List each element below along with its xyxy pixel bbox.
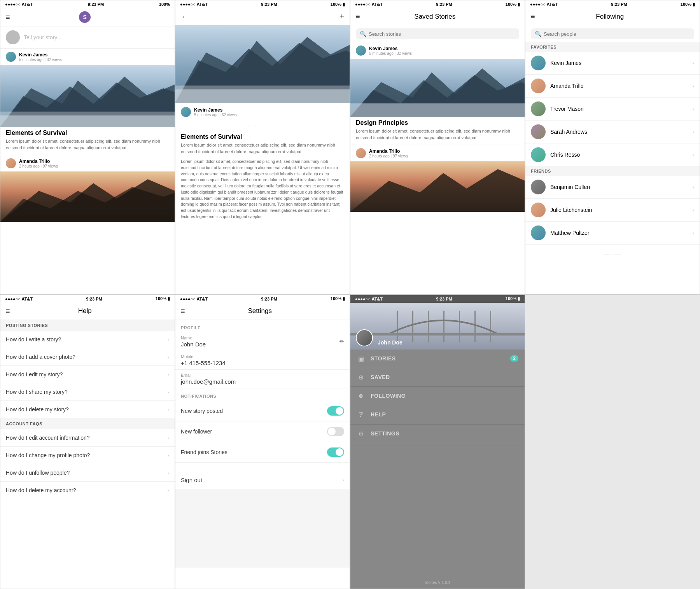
help-item-delete[interactable]: How do I delete my story? › — [0, 401, 175, 418]
favorite-name-trevor: Trevor Mason — [550, 106, 692, 112]
settings-screen: ●●●●○○ AT&T 9:23 PM 100% ▮ ≡ Settings PR… — [175, 295, 350, 589]
email-field[interactable]: Email john.doe@gmail.com — [175, 370, 350, 388]
help-text-write: How do I write a story? — [6, 336, 167, 343]
favorite-row-sarah[interactable]: Sarah Andrews › — [525, 121, 700, 143]
help-item-write[interactable]: How do I write a story? › — [0, 331, 175, 348]
svg-rect-20 — [397, 311, 398, 342]
story-placeholder[interactable]: Tell your story... — [24, 34, 61, 40]
status-bar-profile: ●●●●○○ AT&T 9:23 PM 100% ▮ — [350, 295, 525, 303]
help-item-edit[interactable]: How do I edit my story? › — [0, 366, 175, 383]
menu-item-help[interactable]: ? HELP — [350, 405, 525, 425]
carrier-settings: ●●●●○○ AT&T — [180, 297, 208, 301]
story-card-2[interactable]: Amanda Trillo 2 hours ago | 97 views — [0, 155, 175, 222]
detail-author-name: Kevin James — [194, 107, 237, 113]
help-item-share[interactable]: How do I share my story? › — [0, 383, 175, 401]
hamburger-icon-help[interactable]: ≡ — [6, 307, 10, 315]
help-item-delete-account[interactable]: How do I delete my account? › — [0, 482, 175, 499]
toggle-new-story[interactable] — [327, 406, 344, 416]
favorite-row-amanda[interactable]: Amanda Trillo › — [525, 75, 700, 98]
favorite-row-chris[interactable]: Chris Resso › — [525, 143, 700, 166]
email-label: Email — [181, 373, 344, 378]
saved-story-card-1[interactable]: Kevin James 5 minutes ago | 32 views — [350, 42, 525, 145]
settings-icon: ⚙ — [357, 430, 365, 437]
author-name-2: Amanda Trillo — [19, 159, 58, 164]
help-item-cover[interactable]: How do I add a cover photo? › — [0, 348, 175, 366]
help-nav: ≡ Help — [0, 303, 175, 320]
signout-row[interactable]: Sign out › — [175, 470, 350, 490]
help-text-edit-account: How do I edit account information? — [6, 435, 167, 441]
chevron-icon-benjamin: › — [692, 184, 694, 190]
friend-name-benjamin: Benjamin Cullen — [550, 184, 692, 190]
friend-row-matthew[interactable]: Matthew Pultzer › — [525, 222, 700, 245]
status-bar-help: ●●●●○○ AT&T 9:23 PM 100% ▮ — [0, 295, 175, 303]
help-text-delete: How do I delete my story? — [6, 406, 167, 412]
settings-nav: ≡ Settings — [175, 303, 350, 320]
search-icon-saved: 🔍 — [360, 31, 366, 37]
toggle-new-follower[interactable] — [327, 427, 344, 436]
friend-avatar-julie — [531, 203, 546, 217]
hamburger-icon-feed[interactable]: ≡ — [6, 13, 10, 21]
favorite-row-trevor[interactable]: Trevor Mason › — [525, 98, 700, 121]
mobile-value: +1 415-555-1234 — [181, 360, 344, 366]
following-icon: ☻ — [357, 392, 365, 399]
friend-row-julie[interactable]: Julie Litchenstein › — [525, 199, 700, 222]
chevron-icon-chris: › — [692, 152, 694, 158]
story-card-1[interactable]: Kevin James 5 minutes ago | 32 views — [0, 49, 175, 155]
author-meta-1: 5 minutes ago | 32 views — [19, 58, 62, 62]
battery-saved: 100% ▮ — [506, 2, 520, 7]
status-bar-settings: ●●●●○○ AT&T 9:23 PM 100% ▮ — [175, 295, 350, 303]
carrier-help: ●●●●○○ AT&T — [5, 297, 33, 301]
mobile-label: Mobile — [181, 354, 344, 359]
author-meta-2: 2 hours ago | 97 views — [19, 164, 58, 168]
name-field[interactable]: Name John Doe ✏ — [175, 332, 350, 351]
toggle-friend-joins[interactable] — [327, 447, 344, 457]
following-search-input[interactable] — [544, 31, 690, 37]
help-item-change-photo[interactable]: How do I change my profile photo? › — [0, 447, 175, 464]
friends-header: FRIENDS — [525, 166, 700, 176]
profile-menu-screen: ●●●●○○ AT&T 9:23 PM 100% ▮ — [350, 295, 525, 589]
menu-label-help: HELP — [371, 411, 518, 418]
mobile-field[interactable]: Mobile +1 415-555-1234 — [175, 351, 350, 370]
saved-story-title-1: Design Principles — [350, 117, 525, 128]
new-story-input-row[interactable]: Tell your story... — [0, 26, 175, 49]
help-item-edit-account[interactable]: How do I edit account information? › — [0, 429, 175, 447]
svg-rect-22 — [428, 311, 429, 342]
time-settings: 9:23 PM — [261, 297, 277, 301]
saved-search-input[interactable] — [369, 31, 515, 37]
saved-author-meta-2: 2 hours ago | 97 views — [369, 154, 408, 158]
friend-row-benjamin[interactable]: Benjamin Cullen › — [525, 176, 700, 199]
following-title: Following — [535, 13, 685, 21]
edit-icon-name[interactable]: ✏ — [340, 338, 344, 344]
story-pagination-dots: · · · · · — [175, 120, 350, 131]
chevron-icon-julie: › — [692, 207, 694, 213]
story-image-2 — [0, 171, 175, 222]
help-item-unfollow[interactable]: How do I unfollow people? › — [0, 464, 175, 482]
name-value: John Doe — [181, 341, 206, 348]
hamburger-icon-settings[interactable]: ≡ — [181, 307, 185, 315]
favorite-row-kevin[interactable]: Kevin James › — [525, 52, 700, 75]
hamburger-icon-following[interactable]: ≡ — [531, 12, 535, 21]
following-search-bar[interactable]: 🔍 — [531, 28, 694, 39]
favorite-avatar-kevin — [531, 56, 546, 70]
detail-image — [175, 25, 350, 103]
menu-item-stories[interactable]: ▣ STORIES 2 — [350, 350, 525, 368]
hamburger-icon-saved[interactable]: ≡ — [356, 12, 360, 21]
chevron-icon-amanda: › — [692, 83, 694, 89]
menu-item-saved[interactable]: ⊕ SAVED — [350, 368, 525, 387]
stories-icon: ▣ — [357, 355, 365, 362]
saved-search-bar[interactable]: 🔍 — [356, 28, 519, 39]
menu-item-following[interactable]: ☻ FOLLOWING — [350, 387, 525, 405]
name-label: Name — [181, 336, 206, 340]
favorite-name-amanda: Amanda Trillo — [550, 83, 692, 89]
status-bar-detail: ●●●●○○ AT&T 9:23 PM 100% ▮ — [175, 0, 350, 8]
favorite-avatar-sarah — [531, 124, 546, 139]
saved-story-meta-2: Amanda Trillo 2 hours ago | 97 views — [350, 145, 525, 161]
add-button[interactable]: + — [340, 12, 344, 21]
chevron-icon-trevor: › — [692, 106, 694, 112]
help-icon: ? — [357, 411, 365, 419]
saved-story-card-2[interactable]: Amanda Trillo 2 hours ago | 97 views — [350, 145, 525, 212]
chevron-icon-delete: › — [167, 406, 169, 412]
menu-item-settings[interactable]: ⚙ SETTINGS — [350, 425, 525, 443]
back-button[interactable]: ← — [181, 12, 189, 21]
detail-screen: ●●●●○○ AT&T 9:23 PM 100% ▮ ← + — [175, 0, 350, 295]
